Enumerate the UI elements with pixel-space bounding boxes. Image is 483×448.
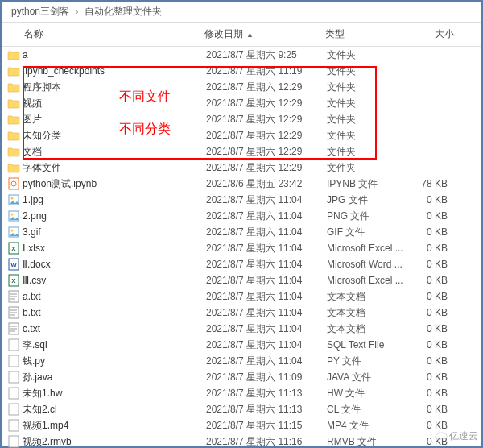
file-row[interactable]: .ipynb_checkpoints2021/8/7 星期六 11:19文件夹 bbox=[2, 63, 481, 79]
file-row[interactable]: 李.sql2021/8/7 星期六 11:04SQL Text File0 KB bbox=[2, 337, 481, 353]
svg-rect-29 bbox=[9, 388, 19, 399]
file-type: JAVA 文件 bbox=[327, 370, 407, 384]
file-row[interactable]: 钱.py2021/8/7 星期六 11:04PY 文件0 KB bbox=[2, 353, 481, 369]
file-row[interactable]: 未知1.hw2021/8/7 星期六 11:13HW 文件0 KB bbox=[2, 385, 481, 401]
file-type: 文本文档 bbox=[327, 289, 407, 304]
svg-point-5 bbox=[11, 214, 14, 216]
file-type: PNG 文件 bbox=[327, 209, 407, 223]
file-type: Microsoft Excel ... bbox=[327, 273, 407, 288]
file-name: 李.sql bbox=[23, 338, 206, 352]
file-name: 3.gif bbox=[23, 225, 206, 239]
file-type: 文件夹 bbox=[327, 144, 407, 159]
svg-text:X: X bbox=[11, 245, 16, 252]
file-date: 2021/8/7 星期六 11:04 bbox=[206, 209, 327, 223]
file-icon bbox=[5, 419, 23, 432]
file-name: .ipynb_checkpoints bbox=[23, 64, 206, 78]
column-name-header[interactable]: 名称 bbox=[5, 27, 204, 41]
file-date: 2021/8/7 星期六 12:29 bbox=[206, 144, 327, 159]
file-row[interactable]: 视频1.mp42021/8/7 星期六 11:15MP4 文件0 KB bbox=[2, 417, 481, 433]
file-name: Ⅱ.docx bbox=[23, 257, 206, 272]
file-icon bbox=[5, 338, 23, 351]
file-row[interactable]: a2021/8/7 星期六 9:25文件夹 bbox=[2, 47, 481, 63]
breadcrumb-part[interactable]: 自动化整理文件夹 bbox=[81, 5, 165, 19]
file-name: Ⅲ.csv bbox=[23, 273, 206, 288]
file-type: IPYNB 文件 bbox=[327, 176, 407, 191]
file-row[interactable]: 字体文件2021/8/7 星期六 12:29文件夹 bbox=[2, 160, 481, 176]
svg-rect-27 bbox=[9, 355, 19, 367]
file-row[interactable]: b.txt2021/8/7 星期六 11:04文本文档0 KB bbox=[2, 305, 481, 321]
column-date-header[interactable]: 修改日期▲ bbox=[204, 27, 325, 41]
file-row[interactable]: c.txt2021/8/7 星期六 11:04文本文档0 KB bbox=[2, 321, 481, 337]
svg-rect-32 bbox=[9, 436, 19, 447]
column-headers: 名称 修改日期▲ 类型 大小 bbox=[2, 23, 481, 47]
file-date: 2021/8/7 星期六 11:04 bbox=[206, 193, 327, 207]
file-row[interactable]: 3.gif2021/8/7 星期六 11:04GIF 文件0 KB bbox=[2, 224, 481, 240]
file-row[interactable]: 视频2021/8/7 星期六 12:29文件夹 bbox=[2, 95, 481, 111]
file-name: b.txt bbox=[23, 305, 206, 320]
file-icon: W bbox=[5, 258, 23, 271]
folder-icon bbox=[5, 114, 23, 125]
file-type: SQL Text File bbox=[327, 338, 407, 352]
svg-point-3 bbox=[11, 197, 14, 200]
file-name: 钱.py bbox=[23, 354, 206, 368]
file-name: 1.jpg bbox=[23, 193, 206, 207]
svg-rect-31 bbox=[9, 420, 19, 431]
file-type: 文件夹 bbox=[327, 96, 407, 110]
file-row[interactable]: a.txt2021/8/7 星期六 11:04文本文档0 KB bbox=[2, 288, 481, 305]
file-size: 0 KB bbox=[407, 370, 452, 384]
file-size: 0 KB bbox=[407, 321, 452, 336]
file-name: 未知2.cl bbox=[23, 402, 206, 417]
file-row[interactable]: 2.png2021/8/7 星期六 11:04PNG 文件0 KB bbox=[2, 208, 481, 224]
file-type: 文本文档 bbox=[327, 305, 407, 320]
file-icon bbox=[5, 387, 23, 400]
column-size-header[interactable]: 大小 bbox=[406, 27, 454, 41]
file-row[interactable]: 孙.java2021/8/7 星期六 11:09JAVA 文件0 KB bbox=[2, 369, 481, 385]
file-date: 2021/8/7 星期六 11:13 bbox=[206, 386, 327, 400]
file-type: PY 文件 bbox=[327, 354, 407, 368]
file-name: 文档 bbox=[23, 144, 206, 159]
file-icon bbox=[5, 322, 23, 335]
file-row[interactable]: 1.jpg2021/8/7 星期六 11:04JPG 文件0 KB bbox=[2, 192, 481, 208]
file-row[interactable]: XⅠ.xlsx2021/8/7 星期六 11:04Microsoft Excel… bbox=[2, 240, 481, 256]
file-date: 2021/8/7 星期六 11:16 bbox=[206, 434, 327, 448]
folder-icon bbox=[5, 49, 23, 60]
file-row[interactable]: 未知分类2021/8/7 星期六 12:29文件夹 bbox=[2, 127, 481, 143]
file-size: 0 KB bbox=[407, 338, 452, 352]
folder-icon bbox=[5, 162, 23, 173]
file-type: 文件夹 bbox=[327, 112, 407, 127]
svg-rect-30 bbox=[9, 404, 19, 415]
column-type-header[interactable]: 类型 bbox=[325, 27, 406, 41]
file-size: 78 KB bbox=[407, 176, 452, 191]
file-row[interactable]: 文档2021/8/7 星期六 12:29文件夹 bbox=[2, 143, 481, 160]
file-date: 2021/8/7 星期六 11:13 bbox=[206, 402, 327, 417]
file-icon bbox=[5, 177, 23, 190]
file-row[interactable]: 程序脚本2021/8/7 星期六 12:29文件夹 bbox=[2, 79, 481, 95]
file-name: 字体文件 bbox=[23, 160, 206, 175]
breadcrumb[interactable]: python三剑客 › 自动化整理文件夹 bbox=[2, 2, 481, 23]
file-row[interactable]: 视频2.rmvb2021/8/7 星期六 11:16RMVB 文件0 KB bbox=[2, 433, 481, 448]
file-icon bbox=[5, 355, 23, 367]
file-row[interactable]: 未知2.cl2021/8/7 星期六 11:13CL 文件0 KB bbox=[2, 401, 481, 417]
file-date: 2021/8/7 星期六 12:29 bbox=[206, 128, 327, 143]
file-date: 2021/8/7 星期六 11:04 bbox=[206, 225, 327, 239]
file-name: 程序脚本 bbox=[23, 80, 206, 94]
file-date: 2021/8/7 星期六 11:04 bbox=[206, 338, 327, 352]
file-icon bbox=[5, 306, 23, 319]
file-size: 0 KB bbox=[407, 257, 452, 272]
file-type: Microsoft Excel ... bbox=[327, 241, 407, 255]
chevron-right-icon: › bbox=[72, 7, 81, 16]
file-date: 2021/8/7 星期六 11:04 bbox=[206, 321, 327, 336]
file-date: 2021/8/7 星期六 9:25 bbox=[206, 48, 327, 62]
file-size: 0 KB bbox=[407, 241, 452, 255]
file-size: 0 KB bbox=[407, 225, 452, 239]
file-name: a.txt bbox=[23, 289, 206, 304]
breadcrumb-part[interactable]: python三剑客 bbox=[8, 5, 72, 19]
file-size: 0 KB bbox=[407, 193, 452, 207]
file-type: 文件夹 bbox=[327, 64, 407, 78]
file-row[interactable]: 图片2021/8/7 星期六 12:29文件夹 bbox=[2, 111, 481, 127]
file-row[interactable]: XⅢ.csv2021/8/7 星期六 11:04Microsoft Excel … bbox=[2, 272, 481, 288]
file-row[interactable]: WⅡ.docx2021/8/7 星期六 11:04Microsoft Word … bbox=[2, 256, 481, 272]
file-row[interactable]: python测试.ipynb2021/8/6 星期五 23:42IPYNB 文件… bbox=[2, 176, 481, 192]
file-list[interactable]: a2021/8/7 星期六 9:25文件夹.ipynb_checkpoints2… bbox=[2, 47, 481, 448]
file-name: 未知1.hw bbox=[23, 386, 206, 400]
